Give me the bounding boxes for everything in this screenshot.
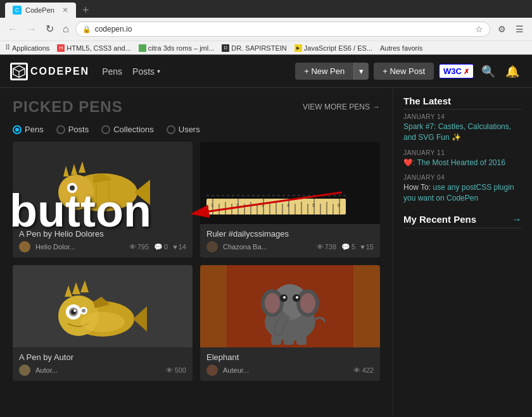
bookmark-sapirstein[interactable]: D DR. SAPIRSTEIN bbox=[222, 44, 286, 52]
pen-stats-1: 👁 795 💬 0 ♥ 14 bbox=[129, 243, 186, 251]
citra-favicon bbox=[139, 44, 146, 52]
nav-links: Pens Posts ▾ bbox=[102, 66, 160, 77]
forward-button[interactable]: → bbox=[24, 22, 39, 37]
my-recent-title: My Recent Pens bbox=[403, 214, 476, 225]
filter-users-label: Users bbox=[179, 125, 200, 134]
latest-date-2: January 04 bbox=[403, 174, 522, 181]
view-more-label: VIEW MORE PENS bbox=[303, 103, 370, 111]
latest-section-title: The Latest bbox=[403, 96, 522, 109]
views-count-2: 738 bbox=[325, 243, 336, 251]
latest-link-2[interactable]: How To: use any postCSS plugin you want … bbox=[403, 182, 522, 204]
latest-item-1: January 11 ❤️: The Most Hearted of 2016 bbox=[403, 149, 522, 168]
my-recent-arrow[interactable]: → bbox=[512, 214, 522, 225]
views-count-1: 795 bbox=[137, 243, 149, 251]
browser-tabs: C CodePen ✕ + bbox=[0, 0, 532, 18]
svg-rect-72 bbox=[284, 336, 294, 345]
bookmark-js-label: JavaScript ES6 / ES... bbox=[304, 44, 372, 52]
filter-users[interactable]: Users bbox=[167, 125, 200, 134]
bookmark-html5-label: HTML5, CSS3 and... bbox=[66, 44, 131, 52]
new-tab-button[interactable]: + bbox=[77, 3, 94, 18]
home-button[interactable]: ⌂ bbox=[60, 22, 72, 37]
bookmark-apps[interactable]: ⠿ Applications bbox=[5, 44, 49, 52]
back-button[interactable]: ← bbox=[5, 22, 20, 37]
pen-stats-3: 👁 500 bbox=[166, 366, 186, 374]
how-to-prefix: How To: bbox=[403, 183, 433, 192]
filter-collections-dot bbox=[101, 125, 110, 134]
pen-views-1: 👁 795 bbox=[129, 243, 149, 251]
bookmark-apps-label: Applications bbox=[12, 44, 49, 52]
nav-pens[interactable]: Pens bbox=[102, 66, 122, 77]
bookmark-citra-label: citra 3ds roms – jml... bbox=[148, 44, 215, 52]
svg-text:5: 5 bbox=[312, 203, 315, 208]
likes-count-2: 15 bbox=[366, 243, 374, 251]
pen-meta-2: Chazona Ba... 👁 738 💬 5 bbox=[206, 241, 374, 252]
eye-icon: 👁 bbox=[129, 243, 136, 251]
logo-text: CODEPEN bbox=[30, 66, 89, 77]
w3c-label: W3C bbox=[443, 66, 462, 76]
bookmark-star[interactable]: ☆ bbox=[475, 24, 483, 34]
filter-posts[interactable]: Posts bbox=[56, 125, 89, 134]
svg-point-65 bbox=[265, 293, 280, 313]
pen-views-3: 👁 500 bbox=[166, 366, 186, 374]
active-tab[interactable]: C CodePen ✕ bbox=[5, 3, 76, 18]
extensions-button[interactable]: ⚙ bbox=[494, 22, 509, 37]
my-recent-section: My Recent Pens → bbox=[403, 214, 522, 228]
notification-button[interactable]: 🔔 bbox=[503, 62, 522, 81]
view-more-link[interactable]: VIEW MORE PENS → bbox=[303, 103, 380, 111]
comment-icon: 💬 bbox=[154, 243, 163, 251]
pen-preview-2: 1 2 3 4 5 6 bbox=[200, 142, 380, 224]
comment-icon-2: 💬 bbox=[341, 243, 350, 251]
view-more-arrow: → bbox=[372, 103, 380, 111]
likes-count-1: 14 bbox=[179, 243, 186, 251]
filter-pens-label: Pens bbox=[25, 125, 44, 134]
filter-pens[interactable]: Pens bbox=[13, 125, 44, 134]
site-header: CODEPEN Pens Posts ▾ + New Pen ▾ + New P… bbox=[0, 55, 532, 88]
pen-card-4[interactable]: Elephant Auteur... 👁 422 bbox=[200, 265, 380, 381]
filter-collections[interactable]: Collections bbox=[101, 125, 154, 134]
nav-posts[interactable]: Posts ▾ bbox=[132, 66, 160, 77]
new-post-button[interactable]: + New Post bbox=[374, 63, 434, 80]
svg-rect-73 bbox=[296, 336, 307, 345]
new-pen-dropdown[interactable]: ▾ bbox=[353, 63, 369, 80]
search-button[interactable]: 🔍 bbox=[479, 62, 498, 81]
header-actions: + New Pen ▾ + New Post W3C ✗ 🔍 🔔 bbox=[295, 62, 522, 81]
bookmark-sapirstein-label: DR. SAPIRSTEIN bbox=[231, 44, 286, 52]
pen-author-1: Helio Dolor... bbox=[35, 243, 75, 251]
logo[interactable]: CODEPEN bbox=[10, 63, 89, 80]
pen-likes-2: ♥ 15 bbox=[360, 243, 374, 251]
svg-point-59 bbox=[80, 312, 125, 332]
pen-views-4: 👁 422 bbox=[353, 366, 374, 374]
heart-icon: ♥ bbox=[173, 243, 177, 251]
w3c-badge[interactable]: W3C ✗ bbox=[439, 64, 474, 78]
new-pen-button[interactable]: + New Pen bbox=[295, 63, 353, 80]
bookmark-html5[interactable]: H HTML5, CSS3 and... bbox=[57, 44, 131, 52]
svg-text:2: 2 bbox=[236, 203, 239, 208]
pen-meta-1: Helio Dolor... 👁 795 💬 0 bbox=[19, 241, 186, 252]
main-content: Picked Pens VIEW MORE PENS → button bbox=[0, 88, 393, 416]
pen-card-2[interactable]: 1 2 3 4 5 6 Ruler #daily bbox=[200, 142, 380, 258]
reload-button[interactable]: ↻ bbox=[43, 22, 56, 37]
svg-point-57 bbox=[82, 309, 86, 313]
svg-point-69 bbox=[283, 296, 286, 299]
nav-posts-label: Posts bbox=[132, 66, 155, 77]
pen-avatar-1 bbox=[19, 241, 30, 252]
pen-card-3[interactable]: A Pen by Autor Autor... 👁 500 bbox=[13, 265, 193, 381]
w3c-x: ✗ bbox=[464, 68, 469, 75]
bookmark-citra[interactable]: citra 3ds roms – jml... bbox=[139, 44, 215, 52]
pen-views-2: 👁 738 bbox=[317, 243, 336, 251]
pen-info-2: Ruler #dailycssimages Chazona Ba... 👁 73… bbox=[200, 224, 380, 258]
pen-stats-4: 👁 422 bbox=[353, 366, 374, 374]
tab-favicon: C bbox=[13, 6, 22, 15]
bookmarks-bar: ⠿ Applications H HTML5, CSS3 and... citr… bbox=[0, 40, 532, 54]
latest-link-0[interactable]: Spark #7: Castles, Calculations, and SVG… bbox=[403, 121, 522, 143]
tab-close[interactable]: ✕ bbox=[62, 6, 68, 15]
heart-icon-2: ♥ bbox=[360, 243, 365, 251]
address-bar[interactable]: 🔒 codepen.io ☆ bbox=[75, 22, 490, 37]
bookmark-autres[interactable]: Autres favoris bbox=[380, 44, 422, 52]
menu-button[interactable]: ☰ bbox=[512, 22, 527, 37]
bookmark-js[interactable]: ▶ JavaScript ES6 / ES... bbox=[294, 44, 372, 52]
new-pen-group: + New Pen ▾ bbox=[295, 63, 369, 80]
latest-link-1[interactable]: ❤️: The Most Hearted of 2016 bbox=[403, 158, 522, 168]
svg-point-55 bbox=[73, 309, 76, 312]
search-filters: Pens Posts Collections Users bbox=[0, 121, 393, 142]
